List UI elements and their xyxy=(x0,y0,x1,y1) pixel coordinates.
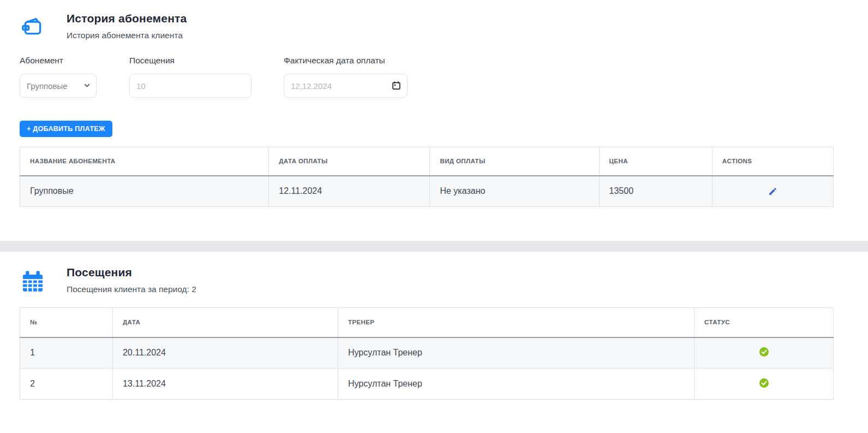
visits-section: Посещения Посещения клиента за период: 2… xyxy=(0,252,868,400)
payment-name-cell: Групповые xyxy=(20,176,269,207)
page-title: История абонемента xyxy=(67,12,187,25)
payment-price-cell: 13500 xyxy=(599,176,712,207)
payment-type-cell: Не указано xyxy=(430,176,599,207)
visit-date-cell: 13.11.2024 xyxy=(112,369,338,400)
col-payment-date: ДАТА ОПЛАТЫ xyxy=(269,147,430,176)
payments-table: НАЗВАНИЕ АБОНЕМЕНТА ДАТА ОПЛАТЫ ВИД ОПЛА… xyxy=(20,147,834,207)
visits-table: № ДАТА ТРЕНЕР СТАТУС 1 20.11.2024 Нурсул… xyxy=(20,307,834,400)
visit-table-row: 2 13.11.2024 Нурсултан Тренер xyxy=(20,369,834,400)
add-payment-button[interactable]: + ДОБАВИТЬ ПЛАТЕЖ xyxy=(20,121,112,137)
payments-table-header-row: НАЗВАНИЕ АБОНЕМЕНТА ДАТА ОПЛАТЫ ВИД ОПЛА… xyxy=(20,147,834,176)
payment-date-label: Фактическая дата оплаты xyxy=(284,56,408,66)
col-number: № xyxy=(20,308,113,337)
col-price: ЦЕНА xyxy=(599,147,712,176)
visits-table-header-row: № ДАТА ТРЕНЕР СТАТУС xyxy=(20,308,834,337)
col-date: ДАТА xyxy=(112,308,338,337)
col-trainer: ТРЕНЕР xyxy=(338,308,694,337)
visits-label: Посещения xyxy=(129,56,252,66)
payment-date-input[interactable] xyxy=(284,74,408,98)
visit-status-cell xyxy=(695,337,834,369)
subscription-label: Абонемент xyxy=(20,56,97,66)
col-payment-type: ВИД ОПЛАТЫ xyxy=(430,147,599,176)
visit-table-row: 1 20.11.2024 Нурсултан Тренер xyxy=(20,337,834,369)
payment-form: Абонемент Групповые Посещения Фактическа… xyxy=(20,56,834,98)
payment-actions-cell xyxy=(712,176,833,207)
check-circle-icon xyxy=(759,347,769,357)
subscription-select[interactable]: Групповые xyxy=(20,74,97,98)
edit-payment-button[interactable] xyxy=(766,185,779,198)
visits-input[interactable] xyxy=(129,74,252,98)
wallet-icon xyxy=(20,14,46,40)
visit-status-cell xyxy=(695,369,834,400)
date-picker-icon[interactable] xyxy=(392,81,401,92)
payment-date-cell: 12.11.2024 xyxy=(269,176,430,207)
col-status: СТАТУС xyxy=(695,308,834,337)
col-subscription-name: НАЗВАНИЕ АБОНЕМЕНТА xyxy=(20,147,269,176)
section-divider xyxy=(0,241,868,252)
visits-section-header: Посещения Посещения клиента за период: 2 xyxy=(20,266,834,294)
page-subtitle: История абонемента клиента xyxy=(67,31,187,40)
pencil-icon xyxy=(768,187,777,196)
visits-subtitle: Посещения клиента за период: 2 xyxy=(67,284,196,294)
payment-table-row: Групповые 12.11.2024 Не указано 13500 xyxy=(20,176,834,207)
calendar-icon xyxy=(20,268,46,294)
col-actions: ACTIONS xyxy=(712,147,833,176)
check-circle-icon xyxy=(759,378,769,388)
subscription-section-header: История абонемента История абонемента кл… xyxy=(20,12,834,40)
visit-number-cell: 2 xyxy=(20,369,113,400)
visit-date-cell: 20.11.2024 xyxy=(112,337,338,369)
visit-trainer-cell: Нурсултан Тренер xyxy=(338,369,694,400)
subscription-history-section: История абонемента История абонемента кл… xyxy=(0,0,868,207)
visit-trainer-cell: Нурсултан Тренер xyxy=(338,337,694,369)
visits-title: Посещения xyxy=(67,266,196,279)
visit-number-cell: 1 xyxy=(20,337,113,369)
